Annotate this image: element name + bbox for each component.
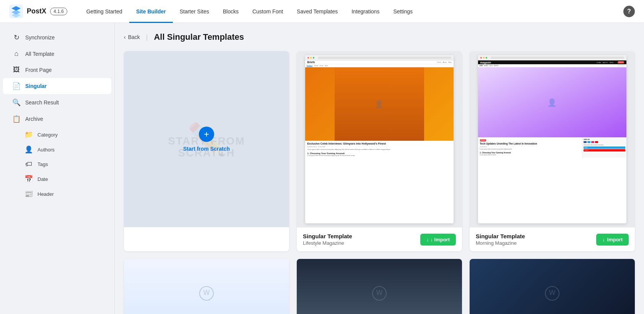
nav-settings[interactable]: Settings [386, 0, 420, 23]
search-result-icon: 🔍 [12, 98, 21, 107]
logo-area: PostX 4.1.6 [9, 5, 67, 18]
browser-dot-red [480, 57, 482, 59]
sidebar-sub-items: 📁 Category 👤 Authors 🏷 Tags 📅 Date 📰 Hea… [0, 127, 114, 201]
page-header: ‹ Back | All Singular Templates [124, 32, 635, 42]
help-button[interactable]: ? [623, 6, 635, 17]
main-content: ‹ Back | All Singular Templates ✏️ START… [115, 23, 644, 314]
portfolio-template-card: W Singular Template Personal Portfolio ↓… [124, 259, 289, 314]
photography-preview: W [297, 259, 462, 314]
lifestyle-template-card: Briefx Home About Blog Fashion Trav [297, 51, 462, 251]
sidebar-item-date[interactable]: 📅 Date [18, 172, 111, 186]
tags-icon: 🏷 [24, 160, 33, 168]
template-grid-row2: W Singular Template Personal Portfolio ↓… [124, 259, 635, 314]
back-button[interactable]: ‹ Back [124, 34, 140, 40]
sports-template-card: W Singular Template Sports Magazine ↓ Im… [470, 259, 635, 314]
category-icon: 📁 [24, 130, 33, 139]
photography-template-card: W Singular Template Photography ↓ Import [297, 259, 462, 314]
lifestyle-browser-mock: Briefx Home About Blog Fashion Trav [305, 55, 454, 223]
wordpress-icon: W [199, 286, 214, 301]
postx-logo-icon [9, 5, 23, 18]
header-icon: 📰 [24, 190, 33, 198]
sidebar-item-synchronize[interactable]: ↻ Synchronize [3, 29, 111, 46]
logo-text: PostX [27, 7, 46, 15]
singular-icon: 📄 [12, 82, 21, 90]
svg-text:W: W [203, 289, 210, 296]
lifestyle-card-footer: Singular Template Lifestyle Magazine ↓ ↓… [297, 227, 462, 251]
svg-text:W: W [376, 289, 383, 296]
morning-template-card: magaxin HOME ABOUT PAGE JOIN US HOM [470, 51, 635, 251]
template-grid: ✏️ START FROMSCRATCH + Start from Scratc… [124, 51, 635, 251]
nav-starter-sites[interactable]: Starter Sites [173, 0, 216, 23]
scratch-card[interactable]: ✏️ START FROMSCRATCH + Start from Scratc… [124, 51, 289, 251]
sidebar-item-all-template[interactable]: ⌂ All Template [3, 46, 111, 62]
browser-dot-yellow [483, 57, 485, 59]
sidebar-item-tags[interactable]: 🏷 Tags [18, 157, 111, 171]
browser-dot-green [313, 57, 314, 59]
header-divider: | [146, 33, 148, 41]
sports-preview: W [470, 259, 635, 314]
synchronize-icon: ↻ [12, 33, 21, 42]
scratch-content: + Start from Scratch [183, 127, 230, 152]
top-navigation: PostX 4.1.6 Getting Started Site Builder… [0, 0, 644, 23]
nav-custom-font[interactable]: Custom Font [246, 0, 290, 23]
lifestyle-import-button[interactable]: ↓ ↓ Import [420, 234, 456, 246]
morning-import-button[interactable]: ↓ Import [596, 234, 629, 246]
nav-site-builder[interactable]: Site Builder [129, 0, 173, 23]
import-down-icon: ↓ [602, 237, 605, 242]
nav-right: ? [623, 6, 635, 17]
archive-icon: 📋 [12, 115, 21, 123]
morning-info: Singular Template Morning Magazine [476, 233, 525, 246]
nav-saved-templates[interactable]: Saved Templates [290, 0, 345, 23]
home-icon: ⌂ [12, 50, 21, 58]
back-arrow-icon: ‹ [124, 34, 126, 40]
lifestyle-browser-content: Briefx Home About Blog Fashion Trav [305, 60, 454, 223]
main-layout: ↻ Synchronize ⌂ All Template 🖼 Front Pag… [0, 23, 644, 314]
browser-bar [305, 55, 454, 60]
version-badge: 4.1.6 [50, 8, 67, 15]
authors-icon: 👤 [24, 145, 33, 154]
morning-preview: magaxin HOME ABOUT PAGE JOIN US HOM [470, 51, 635, 227]
sidebar-item-singular[interactable]: 📄 Singular [3, 78, 111, 94]
sidebar-item-archive[interactable]: 📋 Archive [3, 111, 111, 127]
sidebar-item-search-result[interactable]: 🔍 Search Result [3, 94, 111, 111]
nav-blocks[interactable]: Blocks [216, 0, 246, 23]
nav-integrations[interactable]: Integrations [345, 0, 386, 23]
sidebar-item-category[interactable]: 📁 Category [18, 127, 111, 142]
lifestyle-preview: Briefx Home About Blog Fashion Trav [297, 51, 462, 227]
svg-text:W: W [549, 289, 556, 296]
wordpress-icon-photo: W [372, 286, 387, 301]
browser-dot-yellow [310, 57, 312, 59]
morning-browser-content: magaxin HOME ABOUT PAGE JOIN US HOM [478, 60, 627, 223]
date-icon: 📅 [24, 175, 33, 183]
lifestyle-info: Singular Template Lifestyle Magazine [303, 233, 352, 246]
sidebar-item-authors[interactable]: 👤 Authors [18, 142, 111, 157]
sidebar-item-header[interactable]: 📰 Header [18, 187, 111, 201]
portfolio-preview: W [124, 259, 289, 314]
browser-dot-green [486, 57, 487, 59]
plus-icon: + [199, 127, 214, 142]
page-title: All Singular Templates [154, 32, 244, 42]
import-down-icon: ↓ [426, 237, 429, 242]
browser-dot-red [307, 57, 309, 59]
morning-browser-bar [478, 55, 627, 60]
wordpress-icon-sports: W [545, 286, 560, 301]
front-page-icon: 🖼 [12, 66, 21, 74]
morning-browser-mock: magaxin HOME ABOUT PAGE JOIN US HOM [478, 55, 627, 223]
nav-getting-started[interactable]: Getting Started [80, 0, 129, 23]
morning-card-footer: Singular Template Morning Magazine ↓ Imp… [470, 227, 635, 251]
nav-links: Getting Started Site Builder Starter Sit… [80, 0, 623, 23]
scratch-preview[interactable]: ✏️ START FROMSCRATCH + Start from Scratc… [124, 51, 289, 227]
sidebar-item-front-page[interactable]: 🖼 Front Page [3, 62, 111, 78]
sidebar: ↻ Synchronize ⌂ All Template 🖼 Front Pag… [0, 23, 115, 314]
